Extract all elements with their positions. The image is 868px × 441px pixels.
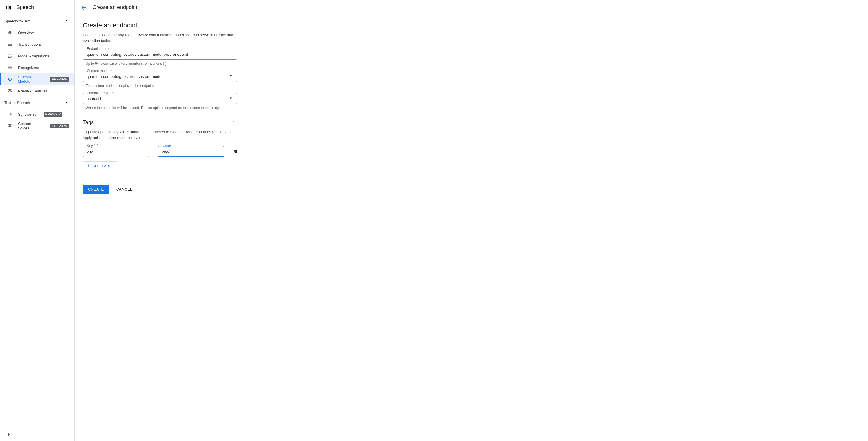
nav-section-speech-to-text[interactable]: Speech-to-Text <box>0 15 74 27</box>
layers-icon <box>7 123 13 128</box>
custom-model-helper: The custom model to deploy to the endpoi… <box>83 84 237 88</box>
endpoint-name-input-wrapper[interactable]: Endpoint name * <box>83 49 237 60</box>
tag-value-input[interactable]: prod <box>162 149 169 154</box>
sidebar-header: Speech <box>0 0 74 15</box>
chevron-up-icon <box>64 18 69 24</box>
tag-key-label: Key 1 * <box>86 144 99 148</box>
nav-section-label: Text-to-Speech <box>4 100 30 105</box>
dropdown-caret-icon <box>228 95 233 102</box>
page-title: Create an endpoint <box>93 4 137 10</box>
custom-model-value: quantum-computing-lectures-custom-model <box>87 74 228 79</box>
sidebar-item-synthesize[interactable]: Synthesize PREVIEW <box>0 109 74 120</box>
tag-value-input-wrapper[interactable]: Value 1 prod <box>158 146 224 157</box>
collapse-sidebar-button[interactable] <box>7 433 12 438</box>
nav-section-label: Speech-to-Text <box>4 19 30 23</box>
sidebar-item-model-adaptations[interactable]: Model Adaptations <box>0 50 74 62</box>
speech-logo-icon <box>6 4 12 11</box>
endpoint-name-input[interactable] <box>87 52 233 57</box>
main-header: Create an endpoint <box>74 0 868 15</box>
sidebar-item-recognizers[interactable]: Recognizers <box>0 62 74 74</box>
create-button[interactable]: CREATE <box>83 185 109 194</box>
endpoint-region-label: Endpoint region * <box>86 91 115 95</box>
custom-model-field: Custom model * quantum-computing-lecture… <box>83 71 237 88</box>
content: Create an endpoint Endpoints associate p… <box>74 15 331 200</box>
nav-item-label: Custom Models <box>18 75 43 84</box>
action-row: CREATE CANCEL <box>83 185 323 194</box>
nav-item-label: Preview Features <box>18 89 48 93</box>
sidebar-item-preview-features[interactable]: Preview Features <box>0 85 74 97</box>
nav-section-text-to-speech[interactable]: Text-to-Speech <box>0 97 74 109</box>
wave-icon <box>7 112 13 117</box>
tag-value-label: Value 1 <box>161 144 175 148</box>
custom-model-select[interactable]: Custom model * quantum-computing-lecture… <box>83 71 237 82</box>
tag-key-input-wrapper[interactable]: Key 1 * <box>83 146 149 157</box>
add-label-button[interactable]: ADD LABEL <box>83 161 117 170</box>
preview-badge: PREVIEW <box>50 77 69 82</box>
tag-key-input[interactable] <box>87 149 145 154</box>
svg-rect-2 <box>9 6 10 8</box>
endpoint-name-label: Endpoint name * <box>86 47 114 51</box>
custom-model-label: Custom model * <box>86 69 113 73</box>
nav-item-label: Synthesize <box>18 112 37 117</box>
layers-icon <box>7 88 13 94</box>
sidebar-item-custom-models[interactable]: Custom Models PREVIEW <box>0 74 74 85</box>
sidebar-footer <box>0 429 74 441</box>
nav-item-label: Overview <box>18 31 34 35</box>
page-heading: Create an endpoint <box>83 22 323 29</box>
svg-rect-1 <box>7 5 8 10</box>
svg-rect-3 <box>10 5 11 9</box>
tags-description: Tags are optional key-value annotations … <box>83 129 237 141</box>
main: Create an endpoint Create an endpoint En… <box>74 0 868 441</box>
nav-item-label: Transcriptions <box>18 42 42 47</box>
sliders-icon <box>7 53 13 59</box>
tags-heading: Tags <box>83 119 94 126</box>
preview-badge: PREVIEW <box>50 124 69 128</box>
endpoint-region-helper: Where the endpoint will be located. Regi… <box>83 106 237 110</box>
tag-row: Key 1 * Value 1 prod <box>83 146 323 157</box>
product-title: Speech <box>16 4 34 10</box>
endpoint-name-helper: Up to 64 lower-case letters, numbers, or… <box>83 61 237 66</box>
endpoint-name-field: Endpoint name * Up to 64 lower-case lett… <box>83 49 237 66</box>
cancel-button[interactable]: CANCEL <box>116 187 132 192</box>
back-button[interactable] <box>81 4 87 11</box>
page-description: Endpoints associate physical hardware wi… <box>83 32 237 43</box>
nav-item-label: Model Adaptations <box>18 54 49 58</box>
sidebar-item-transcriptions[interactable]: Transcriptions <box>0 38 74 50</box>
list-icon <box>7 42 13 47</box>
sidebar-item-overview[interactable]: Overview <box>0 27 74 38</box>
tags-section-header[interactable]: Tags <box>83 119 237 126</box>
endpoint-region-field: Endpoint region * us-east1 Where the end… <box>83 93 237 110</box>
endpoint-region-select[interactable]: Endpoint region * us-east1 <box>83 93 237 104</box>
chevron-up-icon <box>231 119 237 126</box>
rows-icon <box>7 65 13 70</box>
sidebar-item-custom-voices[interactable]: Custom Voices PREVIEW <box>0 120 74 132</box>
add-label-text: ADD LABEL <box>92 164 114 168</box>
sidebar: Speech Speech-to-Text Overview Transcrip… <box>0 0 74 441</box>
endpoint-region-value: us-east1 <box>87 96 228 101</box>
home-icon <box>7 30 13 35</box>
target-icon <box>7 77 12 82</box>
delete-tag-button[interactable] <box>233 149 238 154</box>
nav-item-label: Custom Voices <box>18 121 43 130</box>
chevron-up-icon <box>64 100 69 106</box>
nav-item-label: Recognizers <box>18 66 39 70</box>
preview-badge: PREVIEW <box>44 112 63 117</box>
dropdown-caret-icon <box>228 73 233 80</box>
svg-rect-0 <box>6 6 7 9</box>
